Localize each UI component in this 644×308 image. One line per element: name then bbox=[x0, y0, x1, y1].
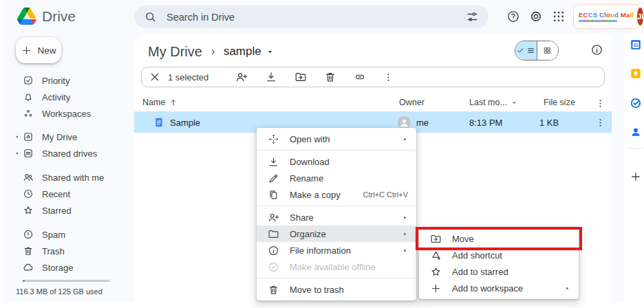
sidebar-item-trash[interactable]: Trash bbox=[7, 243, 131, 259]
sidebar-item-label: My Drive bbox=[42, 132, 77, 142]
search-icon bbox=[144, 10, 157, 23]
storage-progress-fill bbox=[23, 280, 25, 282]
calendar-icon[interactable]: 31 bbox=[630, 38, 642, 51]
breadcrumb-current-label: sample bbox=[224, 45, 261, 58]
submenu-item-add-shortcut[interactable]: Add shortcut bbox=[419, 247, 579, 263]
trash-icon[interactable] bbox=[324, 71, 336, 83]
owner-name: me bbox=[416, 118, 429, 128]
folder-icon bbox=[268, 228, 279, 240]
menu-item-label: Move to trash bbox=[290, 285, 408, 295]
sidebar-item-shared-with-me[interactable]: Shared with me bbox=[7, 169, 131, 186]
list-view-button[interactable] bbox=[515, 41, 537, 60]
sort-ascending-icon[interactable] bbox=[169, 98, 178, 107]
breadcrumb-current[interactable]: sample bbox=[224, 45, 275, 58]
cloud-icon bbox=[23, 262, 34, 273]
apps-grid-icon[interactable] bbox=[552, 10, 566, 23]
chevron-down-icon bbox=[266, 47, 275, 56]
menu-item-rename[interactable]: Rename bbox=[257, 170, 416, 186]
close-selection-icon[interactable] bbox=[149, 71, 161, 83]
owner-avatar-icon bbox=[398, 116, 411, 129]
info-icon bbox=[268, 245, 279, 256]
people-icon bbox=[23, 172, 34, 183]
grid-view-button[interactable] bbox=[537, 41, 559, 60]
move-folder-icon bbox=[430, 233, 442, 245]
star-icon bbox=[23, 205, 34, 216]
grid-view-icon bbox=[543, 46, 552, 55]
share-person-add-icon[interactable] bbox=[235, 71, 248, 83]
app-title: Drive bbox=[42, 8, 76, 25]
submenu-arrow-icon bbox=[402, 231, 408, 237]
download-icon[interactable] bbox=[265, 71, 277, 83]
storage-progress-bar bbox=[23, 280, 110, 282]
search-options-icon[interactable] bbox=[466, 10, 479, 23]
sidebar-item-shared-drives[interactable]: Shared drives bbox=[7, 145, 131, 162]
column-header-name[interactable]: Name bbox=[142, 98, 178, 107]
keep-icon[interactable] bbox=[630, 67, 642, 80]
menu-item-open-with[interactable]: Open with bbox=[257, 131, 416, 147]
header-label: Name bbox=[142, 98, 165, 107]
selection-toolbar: 1 selected bbox=[141, 67, 605, 87]
menu-item-download[interactable]: Download bbox=[257, 153, 416, 170]
row-more-icon[interactable] bbox=[595, 118, 605, 128]
column-header-modified[interactable]: Last mo... bbox=[469, 98, 518, 107]
help-icon[interactable] bbox=[506, 10, 520, 23]
sidebar-item-label: Starred bbox=[42, 206, 72, 216]
plus-icon bbox=[21, 45, 32, 56]
sidebar-item-starred[interactable]: Starred bbox=[7, 202, 131, 219]
sidebar-item-my-drive[interactable]: My Drive bbox=[7, 129, 131, 145]
file-cell: Sample bbox=[153, 112, 200, 133]
view-toggle[interactable] bbox=[515, 41, 559, 60]
menu-item-organize[interactable]: Organize bbox=[257, 226, 416, 242]
submenu-item-add-to-starred[interactable]: Add to starred bbox=[419, 263, 579, 280]
menu-item-make-a-copy[interactable]: Make a copy Ctrl+C Ctrl+V bbox=[257, 186, 416, 203]
expand-arrow-icon[interactable] bbox=[14, 134, 20, 140]
column-header-size[interactable]: File size bbox=[544, 98, 575, 107]
search-bar[interactable] bbox=[134, 6, 489, 28]
menu-item-label: Rename bbox=[290, 173, 408, 184]
settings-gear-icon[interactable] bbox=[529, 10, 543, 23]
expand-arrow-icon[interactable] bbox=[14, 151, 20, 156]
submenu-item-add-to-workspace[interactable]: Add to workspace bbox=[419, 280, 579, 296]
get-addons-plus-icon[interactable] bbox=[630, 170, 642, 183]
sidebar-item-label: Spam bbox=[42, 230, 65, 240]
sidebar-item-recent[interactable]: Recent bbox=[7, 186, 131, 202]
header-more-icon[interactable] bbox=[595, 98, 605, 109]
organize-submenu: Move Add shortcut Add to starred Add to … bbox=[419, 228, 579, 299]
contacts-icon[interactable] bbox=[630, 126, 642, 138]
header-label: Last mo... bbox=[469, 98, 507, 107]
offline-check-icon bbox=[268, 261, 279, 273]
menu-item-move-to-trash[interactable]: Move to trash bbox=[257, 281, 416, 298]
sidebar-item-priority[interactable]: Priority bbox=[7, 72, 131, 89]
new-button[interactable]: New bbox=[16, 37, 61, 63]
check-icon bbox=[516, 46, 525, 55]
sidebar-item-activity[interactable]: Activity bbox=[7, 89, 131, 105]
column-header-owner[interactable]: Owner bbox=[399, 98, 425, 107]
details-info-icon[interactable] bbox=[590, 43, 603, 56]
search-input[interactable] bbox=[165, 11, 458, 23]
more-actions-icon[interactable] bbox=[383, 72, 394, 82]
copy-icon bbox=[268, 189, 279, 201]
workspaces-icon bbox=[23, 108, 34, 119]
tasks-icon[interactable] bbox=[630, 97, 642, 109]
sidebar-item-label: Storage bbox=[42, 263, 74, 273]
submenu-arrow-icon bbox=[402, 214, 408, 221]
breadcrumb-root[interactable]: My Drive bbox=[148, 44, 202, 60]
link-icon[interactable] bbox=[354, 71, 366, 83]
user-avatar[interactable]: Ji bbox=[637, 8, 643, 25]
move-folder-icon[interactable] bbox=[294, 71, 307, 83]
svg-text:31: 31 bbox=[633, 43, 638, 47]
download-icon bbox=[268, 156, 279, 168]
menu-item-share[interactable]: Share bbox=[257, 209, 416, 226]
menu-item-label: Organize bbox=[290, 229, 391, 239]
menu-item-file-information[interactable]: File information bbox=[257, 242, 416, 258]
spam-icon bbox=[23, 229, 34, 240]
sidebar-item-workspaces[interactable]: Workspaces bbox=[7, 105, 131, 122]
menu-item-make-available-offline: Make available offline bbox=[257, 258, 416, 275]
menu-item-label: Add to starred bbox=[452, 267, 570, 277]
sidebar-item-spam[interactable]: Spam bbox=[7, 226, 131, 243]
account-badge[interactable]: ECCS Cloud Mail Ji bbox=[573, 4, 640, 29]
sidebar-item-storage[interactable]: Storage bbox=[7, 259, 131, 276]
submenu-item-move[interactable]: Move bbox=[419, 230, 579, 247]
share-person-add-icon bbox=[268, 212, 279, 223]
my-drive-icon bbox=[23, 131, 34, 142]
